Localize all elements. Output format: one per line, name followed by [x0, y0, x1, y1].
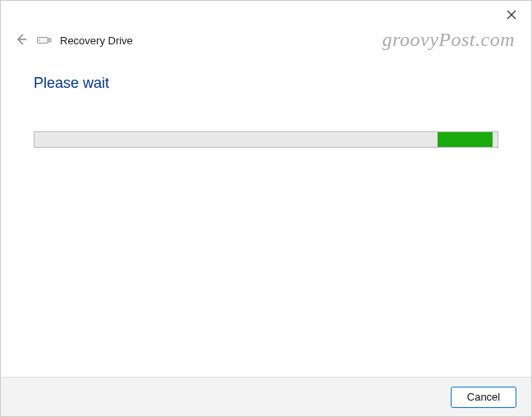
- usb-drive-icon: [37, 34, 52, 46]
- content-area: Please wait: [1, 50, 531, 377]
- progress-fill: [438, 132, 493, 147]
- titlebar: [1, 1, 531, 30]
- back-button[interactable]: [14, 33, 29, 48]
- footer: Cancel: [1, 377, 531, 416]
- progress-bar: [34, 131, 498, 148]
- recovery-drive-window: groovyPost.com: [0, 0, 532, 417]
- svg-rect-4: [48, 39, 51, 42]
- close-button[interactable]: [500, 4, 523, 27]
- svg-point-5: [39, 39, 39, 40]
- back-arrow-icon: [16, 34, 27, 48]
- cancel-button[interactable]: Cancel: [451, 387, 516, 408]
- page-heading: Please wait: [34, 75, 498, 92]
- header: Recovery Drive: [1, 30, 531, 50]
- close-icon: [507, 10, 516, 22]
- app-title: Recovery Drive: [60, 34, 133, 47]
